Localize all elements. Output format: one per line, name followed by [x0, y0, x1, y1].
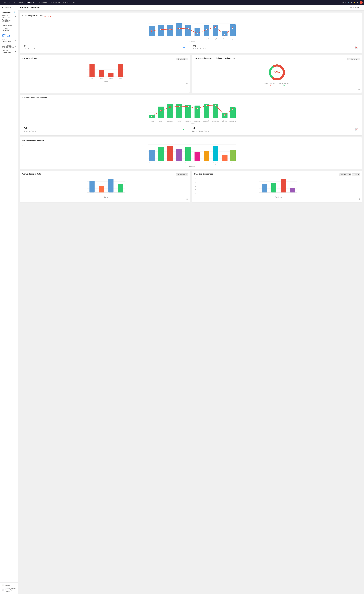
- svg-point-20: [188, 28, 189, 29]
- overview-label: Overview: [4, 7, 11, 8]
- sla-row: SLA Violated States Blueprint 01 10 8 6 …: [20, 55, 362, 93]
- notification-icon[interactable]: 🔔: [353, 2, 355, 3]
- sidebar-item-ticket-status[interactable]: Ticket Status Dashboard: [0, 27, 18, 33]
- avg-time-chart-wrap: 10 8 6 4 2: [22, 144, 360, 167]
- overview-icon: ⊞: [2, 7, 3, 8]
- stat-active-records: 41 Active Blueprint Records: [24, 45, 39, 50]
- svg-point-22: [206, 29, 207, 30]
- nav-social[interactable]: SOCIAL: [61, 0, 71, 5]
- svg-text:Compensation: Compensation: [176, 120, 182, 121]
- svg-text:Bug Reported: Bug Reported: [261, 193, 267, 195]
- sla-violated-records-header: SLA Violated Records (Violations Vs Adhe…: [194, 57, 360, 61]
- sidebar-item-ticket-states[interactable]: Ticket States Dashboard: [0, 18, 18, 24]
- svg-point-16: [151, 30, 152, 32]
- svg-text:Process: Process: [150, 121, 154, 122]
- svg-text:Performance: Performance: [230, 37, 236, 39]
- active-blueprint-svg: Recruitment Process Goal Setting Trainin…: [24, 20, 360, 40]
- sidebar-telephony-dashboards[interactable]: TELEPHONY DASHBOARDS... ›: [0, 43, 18, 49]
- svg-point-81: [178, 106, 180, 107]
- sla-violated-records-title: SLA Violated Records (Violations Vs Adhe…: [194, 57, 235, 59]
- active-blueprint-title: Active Blueprint Records: [22, 14, 43, 17]
- stat-icon-completed: ⛰: [182, 128, 184, 131]
- svg-text:Training &: Training &: [168, 120, 172, 121]
- svg-text:Development2: Development2: [212, 121, 219, 122]
- sla-records-zoom[interactable]: ⊕: [194, 88, 360, 91]
- dashboard-content: Active Blueprint Records Current Stats 5…: [18, 11, 364, 204]
- avg-time-state-filter[interactable]: Blueprint 01: [176, 173, 188, 176]
- svg-text:Performance: Performance: [185, 120, 191, 121]
- svg-rect-150: [89, 181, 94, 192]
- svg-text:Performance: Performance: [230, 120, 236, 121]
- donut-stats: Violated Records 28 Adhered Records 84: [264, 82, 290, 87]
- sidebar-reports[interactable]: 📊 Reports: [2, 584, 16, 587]
- svg-text:& Benefits2: & Benefits2: [222, 39, 227, 40]
- sla-states-svg: Open On Hold Escalated Closed: [24, 62, 188, 80]
- sla-violated-states-filter[interactable]: Blueprint 01: [176, 58, 188, 60]
- avg-time-blueprint-card: Average time per Blueprint 10 8 6 4 2: [20, 137, 362, 169]
- svg-rect-153: [118, 184, 123, 192]
- svg-text:Setting: Setting: [159, 121, 162, 122]
- nav-reports[interactable]: REPORTS: [25, 0, 35, 5]
- stat-value-44: 44: [192, 127, 209, 130]
- stat-completed: 84 Completed Records: [24, 127, 36, 132]
- nav-kb[interactable]: KB: [11, 0, 16, 5]
- sidebar-item-blueprint[interactable]: Blueprint Dashboard: [0, 33, 18, 38]
- svg-text:Goal: Goal: [160, 37, 162, 39]
- sidebar-public-dashboards[interactable]: PUBLIC DASHBOARDS ›: [0, 38, 18, 43]
- sidebar-item-zia[interactable]: Zia Dashboard: [0, 24, 18, 27]
- analytics-icon: 📈: [2, 589, 4, 591]
- svg-rect-69: [158, 107, 164, 118]
- svg-point-83: [197, 108, 198, 109]
- nav-chat[interactable]: CHAT: [71, 0, 78, 5]
- transition-zoom[interactable]: ⊕: [194, 198, 360, 200]
- popular-dashboards-title[interactable]: POPULAR DASHBOARDS ▾: [2, 15, 16, 18]
- svg-rect-166: [281, 179, 286, 192]
- sidebar-overview[interactable]: ⊞ Overview: [0, 5, 18, 10]
- svg-rect-55: [118, 64, 123, 77]
- transition-filter1[interactable]: Blueprint 01: [339, 173, 351, 176]
- active-blueprint-subtitle: Current Stats: [44, 15, 53, 17]
- completed-svg: Recruitment Process Goal Setting Trainin…: [24, 102, 360, 122]
- more-options-button[interactable]: ···: [360, 7, 362, 9]
- nav-tasks[interactable]: TASKS: [16, 0, 25, 5]
- svg-text:Performance: Performance: [185, 37, 191, 39]
- svg-text:Under Developm...: Under Developm...: [289, 193, 297, 195]
- date-filter[interactable]: Last 7 Days ▾: [350, 7, 359, 9]
- search-icon[interactable]: 🔍: [348, 2, 350, 3]
- avg-time-state-zoom[interactable]: ⊕: [22, 198, 188, 200]
- settings-icon[interactable]: ⚙: [357, 2, 358, 3]
- sla-violated-states-card: SLA Violated States Blueprint 01 10 8 6 …: [20, 55, 190, 93]
- svg-text:Development: Development: [167, 163, 173, 165]
- transition-svg: Bug Reported Issue Fixed Follow Up Custo…: [197, 178, 360, 196]
- sidebar-advanced-analytics[interactable]: 📈 Advanced Analytics(Powered by Zoho Rep…: [2, 587, 16, 593]
- svg-text:Setting: Setting: [159, 39, 162, 40]
- add-icon[interactable]: +: [351, 2, 352, 3]
- svg-text:Development: Development: [203, 39, 209, 40]
- nav-customers[interactable]: CUSTOMERS: [35, 0, 48, 5]
- svg-rect-164: [262, 184, 267, 192]
- nav-community[interactable]: COMMUNITY: [48, 0, 61, 5]
- svg-text:Development2: Development2: [212, 163, 219, 165]
- sidebar-time-based-dashboards[interactable]: TIME BASED DASHBOARDS... ›: [0, 49, 18, 54]
- svg-rect-152: [108, 179, 114, 192]
- sla-states-zoom[interactable]: ⊕: [22, 82, 188, 85]
- completed-title: Blueprint Completed Records: [22, 97, 47, 99]
- user-menu[interactable]: Zylker: [342, 2, 346, 3]
- transition-chart-inner: Bug Reported Issue Fixed Follow Up Custo…: [197, 178, 360, 198]
- dashboards-label[interactable]: Dashboards: [2, 11, 11, 13]
- svg-text:Management: Management: [185, 121, 191, 122]
- sla-violated-records-filter[interactable]: All Blueprints: [347, 58, 360, 60]
- active-blueprint-y-axis: 5 4 3 2 1: [22, 20, 24, 42]
- svg-rect-12: [204, 25, 209, 36]
- svg-text:Leadership: Leadership: [204, 120, 209, 121]
- sla-states-y-axis: 10 8 6 4 2: [22, 62, 24, 82]
- sidebar-bottom: 📊 Reports 📈 Advanced Analytics(Powered b…: [0, 582, 18, 594]
- svg-text:Recruitment: Recruitment: [149, 37, 155, 39]
- transition-filter2[interactable]: Zylker: [352, 173, 360, 176]
- chevron-down-icon: ▾: [358, 7, 359, 9]
- sla-violated-records-card: SLA Violated Records (Violations Vs Adhe…: [192, 55, 362, 93]
- avatar[interactable]: Z: [360, 1, 363, 4]
- nav-tickets[interactable]: TICKETS: [1, 0, 11, 5]
- dashboards-search-icon[interactable]: 🔍: [14, 12, 16, 13]
- svg-text:Escalated: Escalated: [109, 78, 113, 79]
